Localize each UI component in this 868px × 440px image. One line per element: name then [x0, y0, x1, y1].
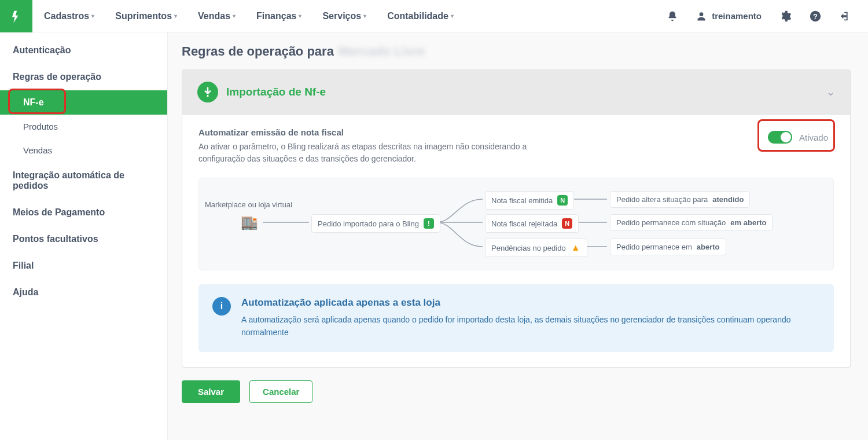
- chevron-down-icon: ▾: [299, 13, 301, 19]
- topnav-suprimentos[interactable]: Suprimentos▾: [115, 11, 177, 21]
- flow-branch-label: Nota fiscal emitida: [491, 196, 553, 205]
- panel-header[interactable]: Importação de Nf-e ⌄: [182, 70, 850, 114]
- topnav-financas[interactable]: Finanças▾: [256, 11, 301, 21]
- panel-body: Automatizar emissão de nota fiscal Ao at…: [182, 114, 850, 367]
- sidebar-item-autenticacao[interactable]: Autenticação: [0, 37, 167, 64]
- app-logo[interactable]: [0, 0, 32, 32]
- flow-result-aberto: Pedido permanece em aberto: [610, 239, 726, 255]
- cancel-button[interactable]: Cancelar: [249, 380, 312, 403]
- sidebar-item-pontos-facultativos[interactable]: Pontos facultativos: [0, 226, 167, 252]
- topnav-cadastros[interactable]: Cadastros▾: [44, 11, 94, 21]
- topnav-contabilidade[interactable]: Contabilidade▾: [387, 11, 454, 21]
- user-name: treinamento: [712, 11, 762, 21]
- flow-result-text: Pedido altera situação para: [616, 195, 708, 204]
- info-title: Automatização aplicada apenas a esta loj…: [241, 297, 820, 309]
- page-title-prefix: Regras de operação para: [182, 44, 334, 59]
- flow-result-bold: aberto: [697, 243, 720, 251]
- chevron-down-icon: ▾: [363, 13, 366, 19]
- sidebar-item-filial[interactable]: Filial: [0, 252, 167, 279]
- main-content: Regras de operação para Mercado Livre Im…: [168, 32, 868, 440]
- check-badge-icon: N: [557, 195, 568, 206]
- chevron-down-icon: ▾: [451, 13, 454, 19]
- topnav: Cadastros▾ Suprimentos▾ Vendas▾ Finanças…: [32, 11, 667, 21]
- logo-icon: [8, 8, 24, 24]
- topnav-vendas[interactable]: Vendas▾: [198, 11, 236, 21]
- topnav-label: Contabilidade: [387, 11, 448, 21]
- topnav-servicos[interactable]: Serviços▾: [322, 11, 366, 21]
- sidebar-item-nfe[interactable]: NF-e: [0, 90, 167, 115]
- flow-result-atendido: Pedido altera situação para atendido: [610, 191, 750, 208]
- svg-point-3: [207, 95, 208, 97]
- bell-icon[interactable]: [667, 10, 678, 22]
- chevron-down-icon[interactable]: ⌄: [826, 86, 835, 98]
- sidebar: Autenticação Regras de operação NF-e Pro…: [0, 32, 168, 440]
- sidebar-item-ajuda[interactable]: Ajuda: [0, 279, 167, 306]
- user-menu[interactable]: treinamento: [696, 10, 762, 22]
- setting-description: Ao ativar o parâmetro, o Bling realizará…: [198, 141, 546, 165]
- topnav-label: Cadastros: [44, 11, 89, 21]
- nfe-import-panel: Importação de Nf-e ⌄ Automatizar emissão…: [182, 69, 851, 368]
- gear-icon[interactable]: [779, 10, 792, 23]
- flow-step-import-label: Pedido importado para o Bling: [318, 219, 419, 228]
- save-button[interactable]: Salvar: [182, 380, 240, 403]
- chevron-down-icon: ▾: [233, 13, 236, 19]
- flow-result-bold: atendido: [712, 195, 744, 204]
- arrow-down-circle-icon: [197, 82, 218, 102]
- svg-point-0: [700, 12, 704, 16]
- flow-result-emaberto: Pedido permanece com situação em aberto: [610, 214, 773, 231]
- flow-branch-label: Pendências no pedido: [491, 244, 566, 252]
- flow-branch-pendencias: Pendências no pedido ▲: [485, 239, 587, 257]
- chevron-down-icon: ▾: [174, 13, 177, 19]
- svg-text:?: ?: [813, 12, 818, 20]
- topnav-label: Suprimentos: [115, 11, 172, 21]
- flow-branch-rejeitada: Nota fiscal rejeitada N: [485, 214, 579, 233]
- topbar: Cadastros▾ Suprimentos▾ Vendas▾ Finanças…: [0, 0, 868, 32]
- topnav-label: Finanças: [256, 11, 296, 21]
- setting-row: Automatizar emissão de nota fiscal Ao at…: [198, 127, 834, 165]
- flow-step-import: Pedido importado para o Bling !: [311, 214, 440, 233]
- topnav-label: Serviços: [322, 11, 361, 21]
- sidebar-item-meios-pagamento[interactable]: Meios de Pagamento: [0, 199, 167, 226]
- flow-result-bold: em aberto: [730, 218, 766, 227]
- toggle-wrap: Ativado: [762, 127, 834, 147]
- topnav-label: Vendas: [198, 11, 230, 21]
- bling-badge-icon: !: [424, 218, 434, 229]
- topbar-right: treinamento ?: [667, 10, 868, 23]
- panel-title: Importação de Nf-e: [226, 86, 326, 98]
- toggle-label: Ativado: [799, 133, 828, 142]
- flow-branch-emitida: Nota fiscal emitida N: [485, 191, 574, 210]
- chevron-down-icon: ▾: [91, 13, 94, 19]
- store-icon: 🏬: [241, 214, 258, 230]
- flow-branch-label: Nota fiscal rejeitada: [491, 219, 557, 228]
- flow-source-label: Marketplace ou loja virtual: [205, 200, 292, 209]
- info-text: A automatização será aplicada apenas qua…: [241, 313, 820, 339]
- info-box: i Automatização aplicada apenas a esta l…: [198, 284, 834, 352]
- flow-result-text: Pedido permanece com situação: [616, 218, 726, 227]
- footer-actions: Salvar Cancelar: [182, 380, 851, 403]
- flow-diagram: Marketplace ou loja virtual 🏬 Pedido imp…: [198, 178, 834, 270]
- help-icon[interactable]: ?: [809, 10, 822, 23]
- error-badge-icon: N: [562, 218, 572, 229]
- sidebar-item-regras[interactable]: Regras de operação: [0, 64, 167, 90]
- automate-nfe-toggle[interactable]: [768, 131, 792, 144]
- sidebar-item-integracao[interactable]: Integração automática de pedidos: [0, 162, 167, 199]
- info-icon: i: [212, 297, 231, 316]
- warning-badge-icon: ▲: [571, 243, 581, 253]
- sidebar-item-produtos[interactable]: Produtos: [0, 115, 167, 138]
- flow-result-text: Pedido permanece em: [616, 243, 692, 251]
- setting-title: Automatizar emissão de nota fiscal: [198, 127, 739, 137]
- logout-icon[interactable]: [839, 10, 852, 23]
- page-title: Regras de operação para Mercado Livre: [182, 44, 851, 59]
- user-icon: [696, 10, 707, 22]
- page-title-store: Mercado Livre: [339, 44, 425, 59]
- sidebar-item-vendas[interactable]: Vendas: [0, 138, 167, 162]
